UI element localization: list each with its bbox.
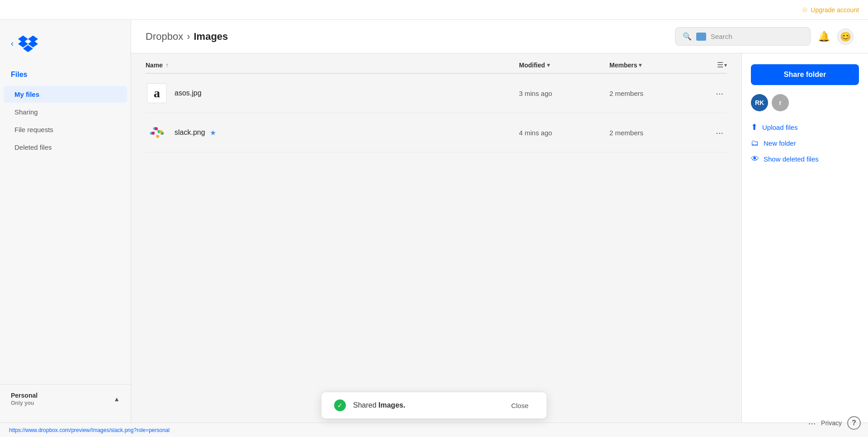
col-name-header[interactable]: Name ↑: [146, 62, 519, 69]
privacy-link[interactable]: Privacy: [821, 419, 842, 427]
panel-actions: ⬆ Upload files 🗂 New folder 👁 Show delet…: [751, 122, 859, 164]
sidebar-personal: Personal Only you ▲: [11, 392, 120, 406]
slack-logo-svg: [148, 124, 165, 141]
file-more-button[interactable]: ···: [712, 126, 727, 140]
star-icon: ☆: [802, 5, 808, 14]
col-members-header[interactable]: Members ▾: [609, 62, 691, 69]
toast: ✓ Shared Images. Close: [321, 392, 547, 419]
folder-icon: 🗂: [751, 138, 759, 148]
file-name: slack.png: [175, 128, 205, 137]
header-actions: 🔍 Search 🔔 😊: [675, 27, 854, 46]
upload-files-label: Upload files: [762, 124, 797, 131]
sidebar-section-title: Files: [0, 67, 131, 86]
file-actions: ···: [691, 126, 727, 140]
main-layout: ‹ Files My files Sharing File requests D…: [0, 20, 868, 423]
file-thumbnail-slack: [146, 121, 168, 144]
show-deleted-action[interactable]: 👁 Show deleted files: [751, 154, 859, 164]
sort-asc-icon: ↑: [165, 62, 168, 68]
upgrade-label: Upgrade account: [811, 6, 859, 14]
file-members: 2 members: [609, 129, 691, 137]
new-folder-label: New folder: [764, 139, 796, 147]
toast-bold: Images.: [378, 401, 406, 409]
status-bar: https://www.dropbox.com/preview/Images/s…: [0, 423, 868, 437]
more-options-button[interactable]: ···: [808, 418, 816, 428]
content-header: Dropbox › Images 🔍 Search 🔔 😊: [131, 20, 868, 53]
sidebar-item-my-files[interactable]: My files: [4, 86, 127, 103]
table-row[interactable]: slack.png ★ 4 mins ago 2 members ···: [146, 113, 727, 152]
view-chevron-icon: ▾: [724, 62, 727, 68]
sidebar-nav: My files Sharing File requests Deleted f…: [0, 86, 131, 156]
sort-modified-icon: ▾: [547, 62, 550, 68]
personal-label: Personal: [11, 392, 38, 399]
members-row: RK r: [751, 94, 859, 111]
upload-files-action[interactable]: ⬆ Upload files: [751, 122, 859, 132]
dropbox-logo: [18, 33, 38, 53]
breadcrumb-separator: ›: [187, 31, 190, 43]
status-url: https://www.dropbox.com/preview/Images/s…: [9, 427, 170, 433]
personal-sub: Only you: [11, 400, 38, 406]
toast-text: Shared Images.: [353, 401, 499, 409]
slack-thumb: [147, 123, 167, 142]
file-area: Name ↑ Modified ▾ Members ▾ ☰ ▾: [131, 53, 868, 423]
share-folder-button[interactable]: Share folder: [751, 64, 859, 85]
file-modified: 3 mins ago: [519, 90, 609, 97]
upgrade-link[interactable]: ☆ Upgrade account: [802, 5, 859, 14]
notification-icon[interactable]: 🔔: [818, 31, 830, 43]
file-members: 2 members: [609, 90, 691, 97]
show-deleted-label: Show deleted files: [764, 155, 819, 163]
topbar: ☆ Upgrade account: [0, 0, 868, 20]
search-placeholder: Search: [711, 33, 732, 40]
file-main: Name ↑ Modified ▾ Members ▾ ☰ ▾: [131, 53, 741, 423]
eye-icon: 👁: [751, 154, 759, 164]
member-avatar-rk: RK: [751, 94, 768, 111]
sidebar-bottom: Personal Only you ▲: [0, 384, 131, 413]
sidebar-item-file-requests[interactable]: File requests: [4, 121, 127, 138]
chevron-up-icon[interactable]: ▲: [113, 395, 120, 403]
content-area: Dropbox › Images 🔍 Search 🔔 😊 N: [131, 20, 868, 423]
file-name-area: asos.jpg: [175, 89, 519, 97]
search-bar[interactable]: 🔍 Search: [675, 27, 811, 46]
file-actions: ···: [691, 86, 727, 100]
breadcrumb-current: Images: [193, 31, 228, 43]
col-actions-header: ☰ ▾: [691, 61, 727, 69]
new-folder-action[interactable]: 🗂 New folder: [751, 138, 859, 148]
sidebar-item-sharing[interactable]: Sharing: [4, 104, 127, 120]
toast-overlay: ✓ Shared Images. Close: [321, 392, 547, 419]
help-icon[interactable]: ?: [847, 416, 861, 430]
col-modified-label: Modified: [519, 62, 545, 69]
file-name-area: slack.png ★: [175, 128, 519, 137]
user-avatar[interactable]: 😊: [837, 28, 854, 45]
toast-close-button[interactable]: Close: [506, 400, 534, 411]
back-arrow-icon[interactable]: ‹: [11, 39, 14, 48]
file-modified: 4 mins ago: [519, 129, 609, 137]
bottom-right: ··· Privacy ?: [808, 416, 861, 430]
toast-prefix: Shared: [353, 401, 378, 409]
breadcrumb-parent[interactable]: Dropbox: [146, 31, 183, 43]
file-thumbnail-asos: a: [146, 82, 168, 104]
view-toggle[interactable]: ☰ ▾: [717, 61, 727, 69]
sort-members-icon: ▾: [639, 62, 642, 68]
sidebar-logo-area: ‹: [0, 29, 131, 67]
star-file-icon: ★: [210, 128, 216, 137]
col-modified-header[interactable]: Modified ▾: [519, 62, 609, 69]
file-name: asos.jpg: [175, 89, 202, 97]
sidebar-item-deleted-files[interactable]: Deleted files: [4, 139, 127, 156]
search-icon: 🔍: [683, 32, 692, 41]
search-folder-icon: [696, 33, 706, 41]
table-row[interactable]: a asos.jpg 3 mins ago 2 members ···: [146, 74, 727, 113]
list-view-icon: ☰: [717, 61, 723, 69]
file-more-button[interactable]: ···: [712, 86, 727, 100]
upload-icon: ⬆: [751, 122, 758, 132]
toast-check-icon: ✓: [334, 399, 346, 411]
col-name-label: Name: [146, 62, 163, 69]
col-members-label: Members: [609, 62, 637, 69]
table-header: Name ↑ Modified ▾ Members ▾ ☰ ▾: [146, 53, 727, 74]
asos-thumb: a: [147, 83, 167, 103]
right-panel: Share folder RK r ⬆ Upload files 🗂 New f…: [741, 53, 868, 423]
sidebar: ‹ Files My files Sharing File requests D…: [0, 20, 131, 423]
member-avatar-r: r: [772, 94, 789, 111]
breadcrumb: Dropbox › Images: [146, 31, 228, 43]
